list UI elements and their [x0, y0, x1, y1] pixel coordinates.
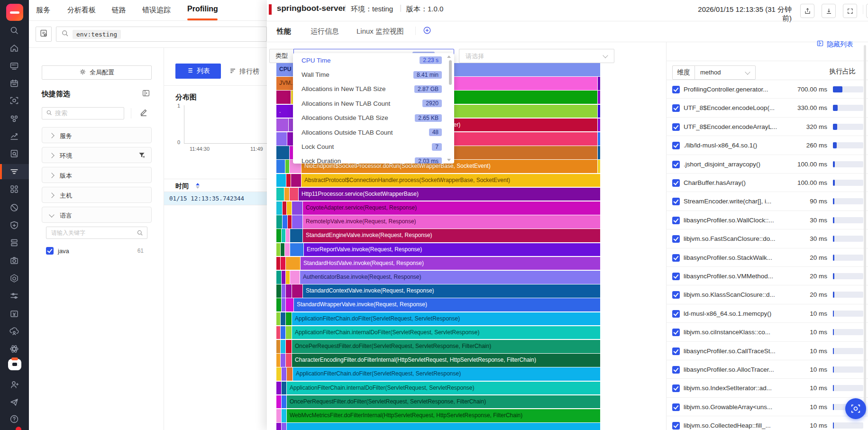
shield-plus-icon[interactable]	[9, 220, 19, 230]
flame-cell[interactable]	[276, 367, 281, 381]
search-icon[interactable]	[9, 26, 19, 35]
dropdown-item-7[interactable]: Lock Count7	[293, 139, 454, 154]
method-row-19[interactable]: libjvm.so.CollectedHeap::fill_...10 ms	[667, 416, 868, 430]
secondary-select[interactable]: 请选择	[459, 49, 614, 63]
flame-cell[interactable]	[285, 243, 290, 256]
flame-cell[interactable]	[290, 271, 300, 284]
dimension-select[interactable]: 维度 method	[672, 65, 756, 80]
snapshot-fab[interactable]	[845, 398, 866, 419]
nav-item-dashboards[interactable]: 分析看板	[67, 6, 96, 15]
scan-icon[interactable]	[9, 96, 19, 105]
send-icon[interactable]	[9, 397, 19, 407]
flame-cell[interactable]	[282, 367, 286, 381]
flame-cell[interactable]	[288, 215, 292, 229]
flame-row-25[interactable]: OncePerRequestFilter.doFilter(ServletReq…	[276, 395, 601, 409]
flame-cell[interactable]	[286, 326, 292, 339]
method-row-10[interactable]: libasyncProfiler.so.StackWalk...20 ms	[667, 248, 868, 267]
flame-row-23[interactable]: ApplicationFilterChain.doFilter(ServletR…	[276, 367, 601, 381]
more-actions-button[interactable]	[866, 4, 868, 18]
method-row-11[interactable]: libasyncProfiler.so.VMMethod...20 ms	[667, 267, 868, 285]
flame-row-11[interactable]: CoyoteAdapter.service(Request, Response)	[276, 201, 601, 215]
method-checkbox[interactable]	[672, 217, 680, 224]
flame-cell[interactable]	[282, 409, 286, 422]
download-button[interactable]	[822, 4, 836, 18]
flame-cell[interactable]	[276, 340, 280, 353]
chart-icon[interactable]	[9, 131, 19, 141]
method-checkbox[interactable]	[672, 254, 680, 262]
user-plus-icon[interactable]	[9, 380, 19, 389]
dropdown-item-5[interactable]: Allocations Outside TLAB Size2.65 KB	[293, 111, 454, 125]
flame-cell[interactable]	[276, 201, 282, 215]
camera-icon[interactable]	[9, 256, 19, 265]
flame-cell[interactable]	[286, 354, 292, 367]
sliders-icon[interactable]	[9, 291, 19, 301]
flame-cell[interactable]	[276, 395, 281, 409]
method-checkbox[interactable]	[672, 161, 680, 168]
flame-cell[interactable]	[281, 257, 285, 270]
calendar-icon[interactable]	[9, 79, 19, 88]
hide-list-link[interactable]: 隐藏列表	[816, 40, 853, 49]
nav-item-profiling[interactable]: Profiling	[187, 5, 218, 13]
flame-cell[interactable]	[276, 354, 280, 367]
method-row-14[interactable]: libjvm.so.ciInstanceKlass::co...10 ms	[667, 323, 868, 341]
flame-cell[interactable]	[598, 105, 600, 118]
doc-search-icon[interactable]	[9, 149, 19, 158]
time-column-header[interactable]: 时间	[175, 182, 189, 191]
edit-pencil-icon[interactable]	[139, 108, 148, 119]
flame-frame[interactable]: OncePerRequestFilter.doFilter(ServletReq…	[292, 340, 600, 353]
ban-icon[interactable]	[9, 203, 19, 212]
flame-row-18[interactable]: StandardWrapperValve.invoke(Request, Res…	[276, 298, 601, 311]
app-logo-icon[interactable]	[6, 4, 23, 21]
language-item-java[interactable]: java 61	[46, 247, 147, 256]
flame-cell[interactable]	[276, 119, 288, 132]
method-checkbox[interactable]	[672, 348, 680, 355]
flame-cell[interactable]	[276, 160, 285, 173]
flame-cell[interactable]	[276, 326, 280, 339]
rank-view-button[interactable]: 排行榜	[229, 67, 259, 76]
flame-frame[interactable]: StandardContextValve.invoke(Request, Res…	[303, 284, 600, 298]
flame-cell[interactable]	[276, 271, 281, 284]
flame-cell[interactable]	[282, 423, 286, 430]
flame-cell[interactable]	[283, 201, 286, 215]
flame-frame[interactable]: StandardHostValve.invoke(Request, Respon…	[301, 257, 600, 270]
flame-row-21[interactable]: OncePerRequestFilter.doFilter(ServletReq…	[276, 340, 601, 353]
method-row-12[interactable]: libjvm.so.KlassScanClosure::d...20 ms	[667, 285, 868, 304]
collapse-panel-icon[interactable]	[142, 89, 150, 99]
method-checkbox[interactable]	[672, 273, 680, 280]
flame-frame[interactable]: OncePerRequestFilter.doFilter(ServletReq…	[287, 395, 600, 409]
java-checkbox[interactable]	[46, 247, 54, 255]
method-checkbox[interactable]	[672, 291, 680, 299]
flame-cell[interactable]	[286, 257, 300, 270]
method-row-3[interactable]: UTF_8$Encoder.encodeArrayL...320 ms	[667, 118, 868, 136]
saved-views-button[interactable]	[36, 27, 52, 42]
flame-cell[interactable]	[282, 229, 285, 242]
flame-cell[interactable]	[276, 174, 286, 187]
flame-cell[interactable]	[282, 382, 286, 395]
flame-cell[interactable]	[281, 354, 285, 367]
filter-remove-icon[interactable]	[138, 151, 146, 160]
dropdown-item-4[interactable]: Allocations in New TLAB Count2920	[293, 96, 454, 110]
method-checkbox[interactable]	[672, 179, 680, 187]
method-row-9[interactable]: libjvm.so.FastScanClosure::do...30 ms	[667, 229, 868, 248]
flame-frame[interactable]: ApplicationFilterChain.doFilter(ServletR…	[292, 312, 600, 326]
flame-cell[interactable]	[281, 312, 285, 326]
flame-cell[interactable]	[276, 423, 281, 430]
flame-frame[interactable]: ApplicationFilterChain.internalDoFilter(…	[292, 326, 600, 339]
nav-item-error-tracking[interactable]: 错误追踪	[142, 6, 171, 15]
flame-cell[interactable]	[598, 91, 600, 104]
flame-cell[interactable]	[276, 284, 281, 298]
flame-frame[interactable]: WebMvcMetricsFilter.doFilterInternal(Htt…	[287, 409, 600, 422]
profiling-icon[interactable]	[9, 167, 19, 176]
method-row-18[interactable]: libjvm.so.GrowableArray<uns...10 ms	[667, 398, 868, 416]
flame-cell[interactable]	[291, 174, 301, 187]
flame-cell[interactable]	[281, 326, 285, 339]
flame-cell[interactable]	[598, 77, 600, 90]
flame-row-20[interactable]: ApplicationFilterChain.internalDoFilter(…	[276, 326, 601, 339]
flame-row-10[interactable]: Http11Processor.service(SocketWrapperBas…	[276, 188, 601, 201]
method-checkbox[interactable]	[672, 366, 680, 374]
flame-row-17[interactable]: StandardContextValve.invoke(Request, Res…	[276, 284, 601, 298]
method-checkbox[interactable]	[672, 142, 680, 149]
method-checkbox[interactable]	[672, 235, 680, 243]
flame-frame[interactable]: ApplicationFilterChain.doFilter(ServletR…	[293, 367, 600, 381]
nav-item-services[interactable]: 服务	[36, 6, 50, 15]
